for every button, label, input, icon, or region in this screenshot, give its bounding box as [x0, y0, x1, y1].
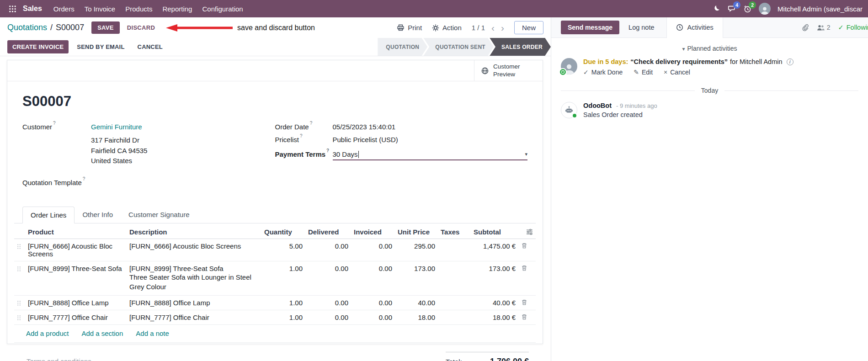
add-product-link[interactable]: Add a product — [26, 329, 69, 337]
dropdown-caret-icon[interactable]: ▾ — [525, 151, 527, 157]
cell-delivered[interactable]: 0.00 — [305, 261, 351, 296]
cell-description[interactable]: [FURN_8999] Three-Seat SofaThree Seater … — [127, 261, 261, 296]
mark-done-button[interactable]: ✓ Mark Done — [583, 69, 623, 76]
breadcrumb-quotations-link[interactable]: Quotations — [7, 23, 47, 32]
col-product[interactable]: Product — [25, 224, 127, 239]
drag-handle-icon[interactable] — [14, 239, 25, 261]
cell-delivered[interactable]: 0.00 — [305, 239, 351, 261]
cell-quantity[interactable]: 1.00 — [261, 296, 305, 310]
menu-configuration[interactable]: Configuration — [197, 0, 248, 17]
col-invoiced[interactable]: Invoiced — [351, 224, 395, 239]
planned-activities-header[interactable]: ▾Planned activities — [551, 45, 868, 52]
dark-mode-moon-icon[interactable] — [713, 5, 721, 13]
stage-quotation-sent[interactable]: QUOTATION SENT — [423, 38, 494, 56]
optional-columns-icon[interactable] — [518, 224, 536, 239]
col-taxes[interactable]: Taxes — [438, 224, 471, 239]
drag-handle-icon[interactable] — [14, 296, 25, 310]
user-name[interactable]: Mitchell Admin (save_discar — [777, 5, 863, 13]
menu-reporting[interactable]: Reporting — [157, 0, 197, 17]
send-message-button[interactable]: Send message — [561, 21, 619, 34]
message-author[interactable]: OdooBot — [583, 102, 612, 109]
cell-invoiced[interactable]: 0.00 — [351, 296, 395, 310]
messages-icon[interactable]: 4 — [728, 5, 736, 13]
menu-to-invoice[interactable]: To Invoice — [80, 0, 121, 17]
menu-products[interactable]: Products — [120, 0, 157, 17]
cell-unit-price[interactable]: 18.00 — [395, 310, 438, 325]
followers-button[interactable]: 2 — [817, 24, 831, 31]
pricelist-value[interactable]: Public Pricelist (USD) — [333, 136, 398, 143]
cell-invoiced[interactable]: 0.00 — [351, 310, 395, 325]
log-note-button[interactable]: Log note — [628, 24, 654, 31]
app-name[interactable]: Sales — [23, 5, 42, 13]
cell-taxes[interactable] — [438, 296, 471, 310]
activities-tab[interactable]: Activities — [666, 17, 723, 38]
cell-invoiced[interactable]: 0.00 — [351, 261, 395, 296]
col-unit-price[interactable]: Unit Price — [395, 224, 438, 239]
col-description[interactable]: Description — [127, 224, 261, 239]
cell-product[interactable]: [FURN_8999] Three-Seat Sofa — [25, 261, 127, 296]
print-button[interactable]: Print — [397, 24, 422, 32]
cell-description[interactable]: [FURN_7777] Office Chair — [127, 310, 261, 325]
new-button[interactable]: New — [514, 21, 543, 34]
attachment-paperclip-icon[interactable] — [801, 24, 809, 32]
action-button[interactable]: Action — [432, 24, 462, 32]
create-invoice-button[interactable]: CREATE INVOICE — [7, 40, 69, 53]
discard-button[interactable]: DISCARD — [122, 21, 160, 34]
pager-prev-icon[interactable]: ‹ — [491, 23, 495, 32]
cell-quantity[interactable]: 5.00 — [261, 239, 305, 261]
delete-row-icon[interactable] — [518, 310, 536, 325]
cell-taxes[interactable] — [438, 310, 471, 325]
cancel-button[interactable]: CANCEL — [133, 40, 167, 53]
col-subtotal[interactable]: Subtotal — [471, 224, 518, 239]
cell-product[interactable]: [FURN_8888] Office Lamp — [25, 296, 127, 310]
cell-taxes[interactable] — [438, 261, 471, 296]
order-date-value[interactable]: 05/25/2023 15:40:01 — [333, 123, 396, 131]
cell-product[interactable]: [FURN_6666] Acoustic Bloc Screens — [25, 239, 127, 261]
cell-delivered[interactable]: 0.00 — [305, 296, 351, 310]
cell-unit-price[interactable]: 295.00 — [395, 239, 438, 261]
pager-next-icon[interactable]: › — [501, 23, 504, 32]
cell-invoiced[interactable]: 0.00 — [351, 239, 395, 261]
col-quantity[interactable]: Quantity — [261, 224, 305, 239]
edit-activity-button[interactable]: ✎ Edit — [634, 69, 653, 76]
cancel-activity-button[interactable]: × Cancel — [664, 69, 690, 76]
stage-sales-order[interactable]: SALES ORDER — [490, 38, 551, 56]
activities-clock-icon[interactable]: 2 — [743, 5, 752, 13]
tab-other-info[interactable]: Other Info — [75, 207, 121, 223]
menu-orders[interactable]: Orders — [48, 0, 80, 17]
cell-taxes[interactable] — [438, 239, 471, 261]
col-delivered[interactable]: Delivered — [305, 224, 351, 239]
add-note-link[interactable]: Add a note — [136, 329, 169, 337]
customer-preview-button[interactable]: Customer Preview — [474, 60, 543, 81]
drag-handle-icon[interactable] — [14, 261, 25, 296]
tab-order-lines[interactable]: Order Lines — [22, 207, 75, 223]
customer-value-link[interactable]: Gemini Furniture — [91, 123, 142, 131]
delete-row-icon[interactable] — [518, 296, 536, 310]
cell-delivered[interactable]: 0.00 — [305, 310, 351, 325]
terms-placeholder[interactable]: Terms and conditions... — [21, 357, 97, 361]
send-by-email-button[interactable]: SEND BY EMAIL — [72, 40, 129, 53]
delete-row-icon[interactable] — [518, 239, 536, 261]
delete-row-icon[interactable] — [518, 261, 536, 296]
cell-product[interactable]: [FURN_7777] Office Chair — [25, 310, 127, 325]
stage-quotation[interactable]: QUOTATION — [378, 38, 427, 56]
apps-grid-icon[interactable] — [5, 2, 19, 16]
order-line-row[interactable]: [FURN_7777] Office Chair [FURN_7777] Off… — [14, 310, 536, 325]
payment-terms-input[interactable]: 30 Days ▾ — [333, 150, 528, 160]
following-button[interactable]: ✓ Following — [838, 24, 868, 31]
order-line-row[interactable]: [FURN_6666] Acoustic Bloc Screens [FURN_… — [14, 239, 536, 261]
cell-description[interactable]: [FURN_8888] Office Lamp — [127, 296, 261, 310]
add-section-link[interactable]: Add a section — [81, 329, 123, 337]
save-button[interactable]: SAVE — [91, 21, 120, 34]
tab-customer-signature[interactable]: Customer Signature — [121, 207, 197, 223]
cell-quantity[interactable]: 1.00 — [261, 310, 305, 325]
info-icon[interactable]: i — [787, 58, 793, 65]
drag-handle-icon[interactable] — [14, 310, 25, 325]
cell-unit-price[interactable]: 173.00 — [395, 261, 438, 296]
cell-quantity[interactable]: 1.00 — [261, 261, 305, 296]
order-line-row[interactable]: [FURN_8999] Three-Seat Sofa [FURN_8999] … — [14, 261, 536, 296]
order-line-row[interactable]: [FURN_8888] Office Lamp [FURN_8888] Offi… — [14, 296, 536, 310]
cell-description[interactable]: [FURN_6666] Acoustic Bloc Screens — [127, 239, 261, 261]
cell-unit-price[interactable]: 40.00 — [395, 296, 438, 310]
user-avatar[interactable] — [759, 3, 771, 15]
